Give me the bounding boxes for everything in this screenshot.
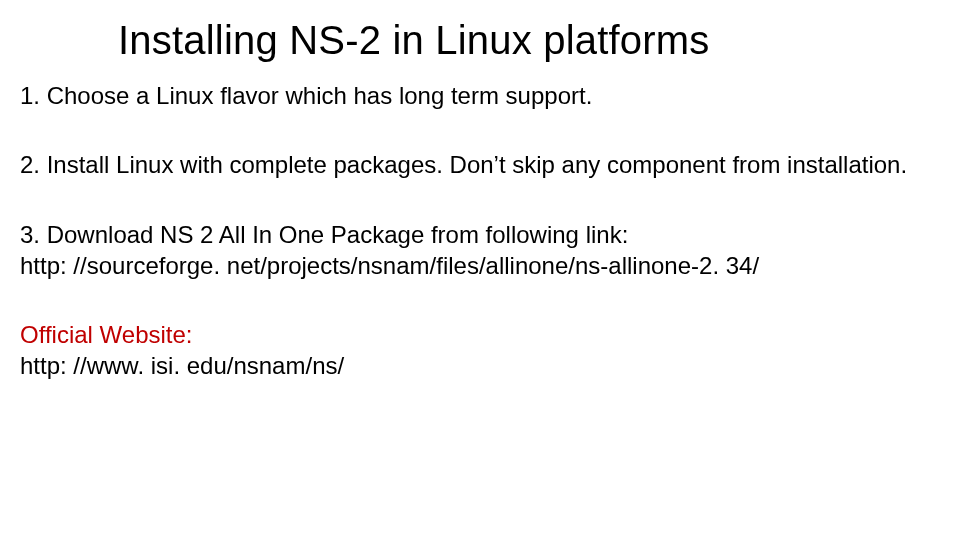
step-1-text: 1. Choose a Linux flavor which has long … [20,81,940,110]
step-2-text: 2. Install Linux with complete packages.… [20,150,940,179]
official-website-url: http: //www. isi. edu/nsnam/ns/ [20,351,940,380]
slide-title: Installing NS-2 in Linux platforms [118,18,940,63]
step-3-text: 3. Download NS 2 All In One Package from… [20,220,940,249]
slide-container: Installing NS-2 in Linux platforms 1. Ch… [0,0,960,540]
official-website-label: Official Website: [20,320,940,349]
step-3-link: http: //sourceforge. net/projects/nsnam/… [20,251,940,280]
